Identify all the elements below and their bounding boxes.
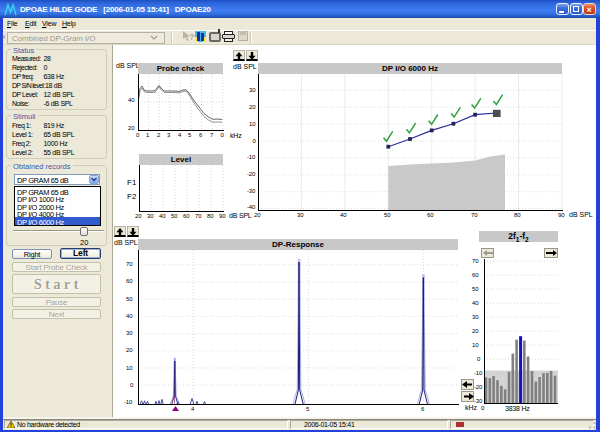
svg-text:?: ? [189, 32, 195, 42]
